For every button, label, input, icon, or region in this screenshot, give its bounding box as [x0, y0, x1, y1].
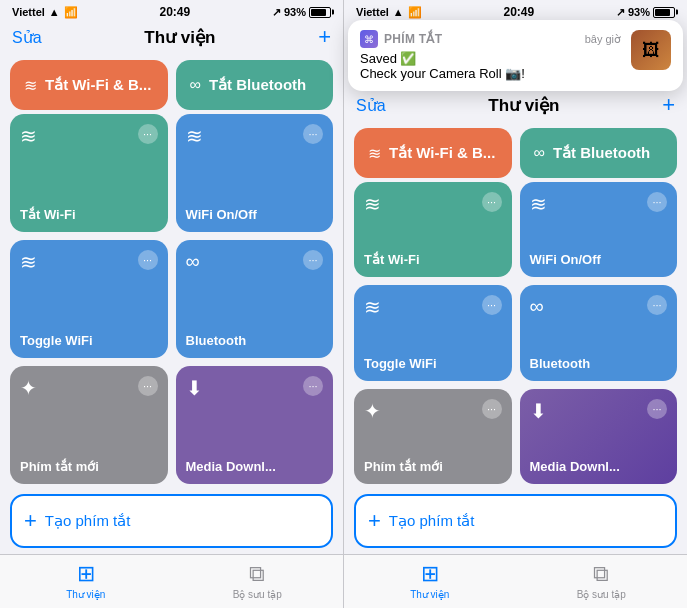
wifi-onoff-icon-1: ≋ — [186, 124, 203, 148]
card-wifi-off-1[interactable]: ≋ ··· Tắt Wi-Fi — [10, 114, 168, 232]
tab-library-2[interactable]: ⊞ Thư viện — [344, 561, 516, 600]
top-card-label-wifi-2: Tắt Wi-Fi & B... — [389, 144, 495, 162]
tab-label-library-1: Thư viện — [66, 589, 105, 600]
top-row-2: ≋ Tắt Wi-Fi & B... ∞ Tắt Bluetooth — [344, 124, 687, 178]
grid-2: ≋ ··· Tắt Wi-Fi ≋ ··· WiFi On/Off ≋ ··· … — [344, 178, 687, 490]
more-btn-2-3[interactable]: ··· — [482, 295, 502, 315]
battery-pct-2: 93% — [628, 6, 650, 18]
tab-label-collection-1: Bộ sưu tập — [233, 589, 282, 600]
add-button-2[interactable]: + — [662, 92, 675, 118]
plus-icon-1: + — [24, 508, 37, 534]
tab-bar-2: ⊞ Thư viện ⧉ Bộ sưu tập — [344, 554, 687, 608]
more-btn-2-5[interactable]: ··· — [482, 399, 502, 419]
card-top-2-4: ∞ ··· — [530, 295, 668, 318]
top-row-1: ≋ Tắt Wi-Fi & B... ∞ Tắt Bluetooth — [0, 56, 343, 110]
shortcuts-app-icon: ⌘ — [360, 30, 378, 48]
signal-icon-1: ▲ — [49, 6, 60, 18]
card-new-shortcut-1[interactable]: ✦ ··· Phím tắt mới — [10, 366, 168, 484]
card-label-2-3: Toggle WiFi — [364, 356, 502, 371]
bluetooth-icon-top-1: ∞ — [190, 76, 201, 94]
notif-app: ⌘ PHÍM TẮT — [360, 30, 442, 48]
tab-label-collection-2: Bộ sưu tập — [577, 589, 626, 600]
create-shortcut-btn-2[interactable]: + Tạo phím tắt — [354, 494, 677, 548]
top-card-label-bt-2: Tắt Bluetooth — [553, 144, 650, 162]
card-top-5: ✦ ··· — [20, 376, 158, 400]
time-1: 20:49 — [159, 5, 190, 19]
collection-icon-2: ⧉ — [593, 561, 609, 587]
card-toggle-wifi-2[interactable]: ≋ ··· Toggle WiFi — [354, 285, 512, 380]
more-btn-2-1[interactable]: ··· — [482, 192, 502, 212]
plus-icon-2: + — [368, 508, 381, 534]
top-card-bluetooth-2[interactable]: ∞ Tắt Bluetooth — [520, 128, 678, 178]
media-dl-icon-2: ⬇ — [530, 399, 547, 423]
card-label-2-6: Media Downl... — [530, 459, 668, 474]
more-btn-5[interactable]: ··· — [138, 376, 158, 396]
create-label-2: Tạo phím tắt — [389, 512, 475, 530]
battery-icon-1 — [309, 7, 331, 18]
card-top-2-2: ≋ ··· — [530, 192, 668, 216]
card-label-1: Tắt Wi-Fi — [20, 207, 158, 222]
more-btn-1[interactable]: ··· — [138, 124, 158, 144]
bluetooth-icon-top-2: ∞ — [534, 144, 545, 162]
top-card-bluetooth-1[interactable]: ∞ Tắt Bluetooth — [176, 60, 334, 110]
battery-icon-2 — [653, 7, 675, 18]
card-wifi-onoff-2[interactable]: ≋ ··· WiFi On/Off — [520, 182, 678, 277]
card-top-4: ∞ ··· — [186, 250, 324, 273]
more-btn-3[interactable]: ··· — [138, 250, 158, 270]
notif-header: ⌘ PHÍM TẮT bây giờ — [360, 30, 621, 48]
card-media-dl-2[interactable]: ⬇ ··· Media Downl... — [520, 389, 678, 484]
wifi-status-icon-2: 📶 — [408, 6, 422, 19]
wifi-off-icon-1: ≋ — [20, 124, 37, 148]
carrier-label-1: Viettel — [12, 6, 45, 18]
wifi-icon-1: ≋ — [24, 76, 37, 95]
card-top-2-5: ✦ ··· — [364, 399, 502, 423]
top-card-wifi-1[interactable]: ≋ Tắt Wi-Fi & B... — [10, 60, 168, 110]
grid-1: ≋ ··· Tắt Wi-Fi ≋ ··· WiFi On/Off ≋ ··· — [0, 110, 343, 490]
status-bar-1: Viettel ▲ 📶 20:49 ↗ 93% — [0, 0, 343, 22]
create-shortcut-btn-1[interactable]: + Tạo phím tắt — [10, 494, 333, 548]
edit-button-2[interactable]: Sửa — [356, 96, 386, 115]
status-left-1: Viettel ▲ 📶 — [12, 6, 78, 19]
time-2: 20:49 — [503, 5, 534, 19]
status-right-2: ↗ 93% — [616, 6, 675, 19]
more-btn-2-6[interactable]: ··· — [647, 399, 667, 419]
top-card-label-bt-1: Tắt Bluetooth — [209, 76, 306, 94]
top-card-wifi-2[interactable]: ≋ Tắt Wi-Fi & B... — [354, 128, 512, 178]
more-btn-2-2[interactable]: ··· — [647, 192, 667, 212]
more-btn-2-4[interactable]: ··· — [647, 295, 667, 315]
card-top-3: ≋ ··· — [20, 250, 158, 274]
card-bluetooth-2[interactable]: ∞ ··· Bluetooth — [520, 285, 678, 380]
more-btn-6[interactable]: ··· — [303, 376, 323, 396]
header-1: Sửa Thư viện + — [0, 22, 343, 56]
card-toggle-wifi-1[interactable]: ≋ ··· Toggle WiFi — [10, 240, 168, 358]
card-wifi-onoff-1[interactable]: ≋ ··· WiFi On/Off — [176, 114, 334, 232]
toggle-wifi-icon-2: ≋ — [364, 295, 381, 319]
library-icon-2: ⊞ — [421, 561, 439, 587]
card-top-2-6: ⬇ ··· — [530, 399, 668, 423]
notification-banner[interactable]: ⌘ PHÍM TẮT bây giờ Saved ✅Check your Cam… — [348, 20, 683, 91]
new-shortcut-icon-2: ✦ — [364, 399, 381, 423]
status-right-1: ↗ 93% — [272, 6, 331, 19]
collection-icon-1: ⧉ — [249, 561, 265, 587]
card-label-2-2: WiFi On/Off — [530, 252, 668, 267]
card-media-dl-1[interactable]: ⬇ ··· Media Downl... — [176, 366, 334, 484]
edit-button-1[interactable]: Sửa — [12, 28, 42, 47]
wifi-status-icon-1: 📶 — [64, 6, 78, 19]
tab-collection-2[interactable]: ⧉ Bộ sưu tập — [516, 561, 688, 600]
more-btn-4[interactable]: ··· — [303, 250, 323, 270]
card-label-2-5: Phím tắt mới — [364, 459, 502, 474]
add-button-1[interactable]: + — [318, 24, 331, 50]
page-title-1: Thư viện — [144, 27, 215, 48]
bluetooth-icon-card-1: ∞ — [186, 250, 200, 273]
card-wifi-off-2[interactable]: ≋ ··· Tắt Wi-Fi — [354, 182, 512, 277]
card-top-2-3: ≋ ··· — [364, 295, 502, 319]
notif-app-name: PHÍM TẮT — [384, 32, 442, 46]
tab-library-1[interactable]: ⊞ Thư viện — [0, 561, 172, 600]
card-label-2-4: Bluetooth — [530, 356, 668, 371]
card-bluetooth-1[interactable]: ∞ ··· Bluetooth — [176, 240, 334, 358]
card-new-shortcut-2[interactable]: ✦ ··· Phím tắt mới — [354, 389, 512, 484]
signal-icon-2: ▲ — [393, 6, 404, 18]
tab-collection-1[interactable]: ⧉ Bộ sưu tập — [172, 561, 344, 600]
more-btn-2[interactable]: ··· — [303, 124, 323, 144]
screen-1: Viettel ▲ 📶 20:49 ↗ 93% Sửa Thư viện + ≋… — [0, 0, 343, 608]
